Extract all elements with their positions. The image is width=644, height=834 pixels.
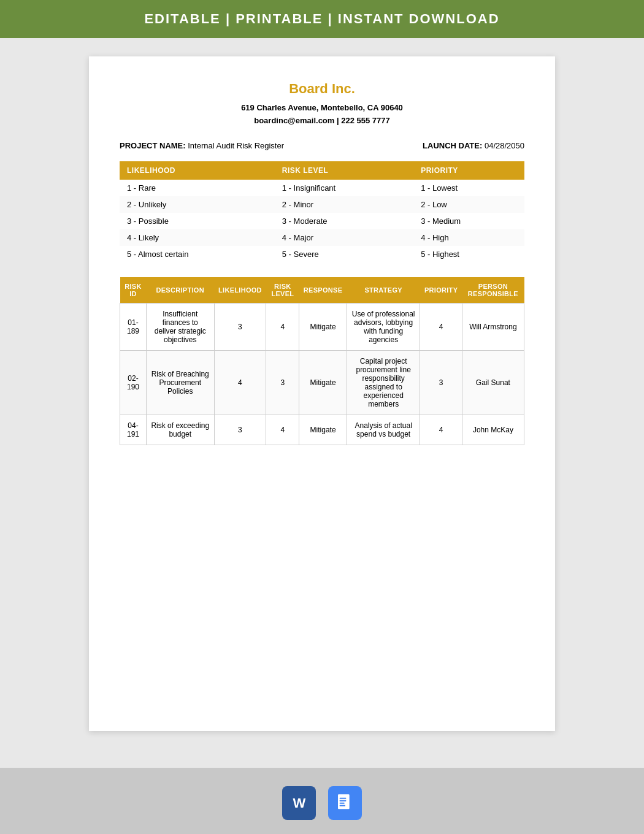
cell-id: 04-191 — [120, 415, 147, 445]
cell-response: Mitigate — [299, 350, 347, 415]
company-contact: boardinc@email.com | 222 555 7777 — [120, 115, 524, 128]
cell-risk-level: 3 — [266, 350, 299, 415]
top-banner: EDITABLE | PRINTABLE | INSTANT DOWNLOAD — [0, 0, 644, 38]
word-icon[interactable]: W — [282, 786, 316, 820]
cell-priority: 3 — [420, 350, 462, 415]
banner-text: EDITABLE | PRINTABLE | INSTANT DOWNLOAD — [144, 11, 499, 26]
legend-cell: 3 - Possible — [120, 213, 275, 229]
page-wrapper: Board Inc. 619 Charles Avenue, Montebell… — [0, 38, 644, 768]
cell-description: Insufficient finances to deliver strateg… — [146, 303, 214, 350]
cell-priority: 4 — [420, 303, 462, 350]
company-name: Board Inc. — [120, 81, 524, 97]
bottom-icons: W — [245, 768, 399, 834]
cell-response: Mitigate — [299, 415, 347, 445]
launch-date-block: LAUNCH DATE: 04/28/2050 — [423, 141, 524, 150]
legend-cell: 4 - Major — [275, 229, 413, 246]
legend-cell: 5 - Highest — [413, 246, 524, 262]
cell-response: Mitigate — [299, 303, 347, 350]
legend-cell: 4 - Likely — [120, 229, 275, 246]
col-response: RESPONSE — [299, 277, 347, 304]
legend-cell: 1 - Rare — [120, 180, 275, 196]
company-address: 619 Charles Avenue, Montebello, CA 90640… — [120, 102, 524, 128]
col-person: PERSON RESPONSIBLE — [462, 277, 524, 304]
risk-table: RISK ID DESCRIPTION LIKELIHOOD RISK LEVE… — [120, 277, 524, 445]
company-header: Board Inc. 619 Charles Avenue, Montebell… — [120, 81, 524, 128]
legend-cell: 3 - Medium — [413, 213, 524, 229]
project-name-value: Internal Audit Risk Register — [188, 141, 284, 150]
company-street: 619 Charles Avenue, Montebello, CA 90640 — [120, 102, 524, 115]
legend-header-likelihood: LIKELIHOOD — [120, 161, 275, 180]
cell-likelihood: 3 — [214, 303, 266, 350]
col-strategy: STRATEGY — [347, 277, 420, 304]
legend-cell: 1 - Insignificant — [275, 180, 413, 196]
table-row: 04-191Risk of exceeding budget34Mitigate… — [120, 415, 524, 445]
legend-cell: 4 - High — [413, 229, 524, 246]
cell-id: 01-189 — [120, 303, 147, 350]
legend-header-risk-level: RISK LEVEL — [275, 161, 413, 180]
svg-rect-1 — [339, 797, 346, 798]
legend-cell: 5 - Almost certain — [120, 246, 275, 262]
table-row: 01-189Insufficient finances to deliver s… — [120, 303, 524, 350]
legend-cell: 2 - Unlikely — [120, 196, 275, 213]
legend-table: LIKELIHOOD RISK LEVEL PRIORITY 1 - Rare1… — [120, 161, 524, 262]
docs-svg — [335, 794, 355, 813]
cell-likelihood: 4 — [214, 350, 266, 415]
google-docs-icon[interactable] — [328, 786, 362, 820]
svg-rect-2 — [339, 800, 346, 801]
cell-description: Risk of Breaching Procurement Policies — [146, 350, 214, 415]
legend-cell: 5 - Severe — [275, 246, 413, 262]
cell-strategy: Analysis of actual spend vs budget — [347, 415, 420, 445]
cell-person: Will Armstrong — [462, 303, 524, 350]
cell-description: Risk of exceeding budget — [146, 415, 214, 445]
word-icon-label: W — [293, 795, 305, 811]
svg-rect-4 — [339, 805, 345, 806]
cell-strategy: Use of professional advisors, lobbying w… — [347, 303, 420, 350]
cell-strategy: Capital project procurement line respons… — [347, 350, 420, 415]
legend-cell: 2 - Minor — [275, 196, 413, 213]
launch-date-label: LAUNCH DATE: — [423, 141, 482, 150]
legend-header-priority: PRIORITY — [413, 161, 524, 180]
col-risk-id: RISK ID — [120, 277, 147, 304]
project-info: PROJECT NAME: Internal Audit Risk Regist… — [120, 141, 524, 150]
launch-date-value: 04/28/2050 — [485, 141, 524, 150]
legend-cell: 1 - Lowest — [413, 180, 524, 196]
cell-id: 02-190 — [120, 350, 147, 415]
cell-risk-level: 4 — [266, 303, 299, 350]
cell-likelihood: 3 — [214, 415, 266, 445]
svg-rect-0 — [338, 794, 350, 809]
col-likelihood: LIKELIHOOD — [214, 277, 266, 304]
cell-person: John McKay — [462, 415, 524, 445]
document: Board Inc. 619 Charles Avenue, Montebell… — [89, 56, 555, 731]
cell-priority: 4 — [420, 415, 462, 445]
cell-person: Gail Sunat — [462, 350, 524, 415]
col-priority: PRIORITY — [420, 277, 462, 304]
col-description: DESCRIPTION — [146, 277, 214, 304]
cell-risk-level: 4 — [266, 415, 299, 445]
col-risk-level: RISK LEVEL — [266, 277, 299, 304]
legend-cell: 2 - Low — [413, 196, 524, 213]
project-name-block: PROJECT NAME: Internal Audit Risk Regist… — [120, 141, 284, 150]
project-name-label: PROJECT NAME: — [120, 141, 186, 150]
legend-cell: 3 - Moderate — [275, 213, 413, 229]
svg-rect-3 — [339, 802, 344, 803]
table-row: 02-190Risk of Breaching Procurement Poli… — [120, 350, 524, 415]
